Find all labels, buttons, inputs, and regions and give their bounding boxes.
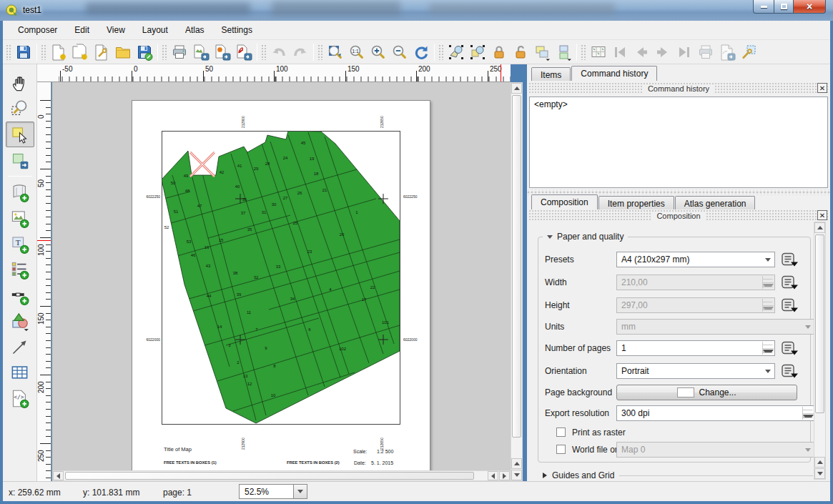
data-defined-override-button[interactable] [781,340,799,356]
scroll-thumb[interactable] [512,95,521,438]
scroll-up-button-2[interactable] [511,458,522,469]
composition-titlebar[interactable]: Composition ✕ [528,209,829,222]
free-text-2[interactable]: FREE TEXTS IN BOXES (2) [287,460,340,465]
map-item[interactable]: 4524192829411842262127404950483630471373… [162,131,400,425]
presets-combobox[interactable]: A4 (210x297 mm) [616,252,775,267]
canvas-horizontal-scrollbar[interactable] [52,470,511,481]
refresh-view-button[interactable] [410,41,432,63]
tab-item-properties[interactable]: Item properties [598,196,674,209]
zoom-in-button[interactable] [368,41,389,63]
tab-atlas-generation[interactable]: Atlas generation [675,196,756,209]
add-new-label-tool-button[interactable] [6,231,34,257]
maximize-button[interactable] [774,0,794,14]
scroll-up-button[interactable] [814,222,825,233]
zoom-out-button[interactable] [389,41,410,63]
data-defined-override-button[interactable] [781,297,799,313]
scroll-thumb[interactable] [65,472,474,480]
chevron-down-icon [805,448,811,452]
menu-view[interactable]: View [99,22,133,38]
composer-window: test1 × ComposerEditViewLayoutAtlasSetti… [0,0,833,504]
save-project-button[interactable] [13,41,34,63]
add-shape-tool-button[interactable] [6,308,34,334]
export-as-pdf-button[interactable] [233,41,255,63]
close-icon[interactable]: ✕ [817,210,827,220]
zoom-level-combobox[interactable]: 52.5% [239,484,307,499]
menu-atlas[interactable]: Atlas [177,22,212,38]
add-new-legend-tool-button[interactable] [6,257,34,282]
parcel-number-45: 45 [301,141,306,145]
scroll-down-button[interactable] [511,470,522,480]
scroll-down-button[interactable] [814,468,825,479]
canvas-vertical-scrollbar[interactable] [511,82,523,481]
select-move-item-button[interactable] [445,41,467,63]
page-background-change-button[interactable]: Change... [616,385,797,400]
align-items-button[interactable] [553,41,574,63]
add-arrow-icon [10,337,29,357]
add-image-tool-button[interactable] [6,205,34,231]
paper-a4[interactable]: 4524192829411842262127404950483630471373… [132,100,430,470]
move-item-content-button[interactable] [467,41,488,63]
zoom-full-button[interactable] [325,41,346,63]
minimize-button[interactable] [753,0,774,14]
scroll-right-button[interactable] [499,471,510,480]
paper-quality-header[interactable]: Paper and quality [543,232,628,242]
unlock-all-items-button[interactable] [510,41,531,63]
missing-picture-cross[interactable] [190,152,215,177]
add-attribute-table-tool-button[interactable] [6,360,34,385]
zoom-tool-button[interactable] [6,96,34,122]
title-bar[interactable]: test1 × [0,0,833,21]
menu-settings[interactable]: Settings [214,22,260,38]
lock-selected-items-button[interactable] [488,41,510,63]
scroll-left-button[interactable] [53,471,64,480]
zoom-100-button[interactable] [346,41,368,63]
preview-atlas-button[interactable] [588,41,609,63]
number-of-pages-spinbox[interactable]: 1 [616,340,775,356]
tab-items[interactable]: Items [531,67,571,81]
export-as-svg-button[interactable] [212,41,233,63]
scale-label: Scale: [353,449,367,454]
orientation-combobox[interactable]: Portrait [616,363,775,379]
tab-composition[interactable]: Composition [531,194,598,209]
world-file-checkbox[interactable] [556,445,566,454]
tab-command-history[interactable]: Command history [571,66,657,81]
save-as-template-button[interactable] [134,41,155,63]
ruler-label: 50 [205,65,213,73]
export-as-image-button[interactable] [190,41,212,63]
scroll-up-button[interactable] [511,83,522,94]
close-button[interactable]: × [794,0,826,14]
command-history-list[interactable]: <empty> [529,97,828,188]
add-new-scalebar-tool-button[interactable] [6,282,34,308]
load-from-template-button[interactable] [112,41,134,63]
duplicate-composer-button[interactable] [69,41,91,63]
data-defined-override-button[interactable] [781,252,799,267]
map-title-label[interactable]: Title of Map [164,446,192,453]
add-arrow-tool-button[interactable] [6,334,34,360]
atlas-settings-button[interactable] [738,41,759,63]
pan-tool-button[interactable] [6,70,34,96]
move-item-content-tool-button[interactable] [6,147,34,173]
add-new-map-tool-button[interactable] [6,179,34,205]
composer-manager-button[interactable] [91,41,112,63]
menu-edit[interactable]: Edit [66,22,97,38]
print-button[interactable] [169,41,190,63]
scroll-thumb[interactable] [815,234,824,413]
free-text-1[interactable]: FREE TEXTS IN BOXES (1) [164,460,217,465]
command-history-titlebar[interactable]: Command history ✕ [528,82,829,94]
close-icon[interactable]: ✕ [817,83,827,93]
export-resolution-spinbox[interactable]: 300 dpi [616,405,815,421]
menu-layout[interactable]: Layout [134,22,176,38]
menu-composer[interactable]: Composer [10,22,65,38]
select-move-item-tool-button[interactable] [6,122,34,147]
new-composer-button[interactable] [48,41,69,63]
scroll-left-button-2[interactable] [488,471,498,480]
scroll-up-button-2[interactable] [814,457,825,468]
group-items-button[interactable] [531,41,553,63]
data-defined-override-button[interactable] [781,363,799,379]
add-html-frame-tool-button[interactable] [6,385,34,411]
composition-canvas[interactable]: 4524192829411842262127404950483630471373… [52,82,511,470]
command-history-empty-item[interactable]: <empty> [534,99,568,109]
guides-and-grid-header[interactable]: Guides and Grid [543,470,813,480]
print-as-raster-checkbox[interactable] [556,428,566,437]
panel-scrollbar[interactable] [814,222,826,480]
data-defined-override-button[interactable] [781,275,799,290]
